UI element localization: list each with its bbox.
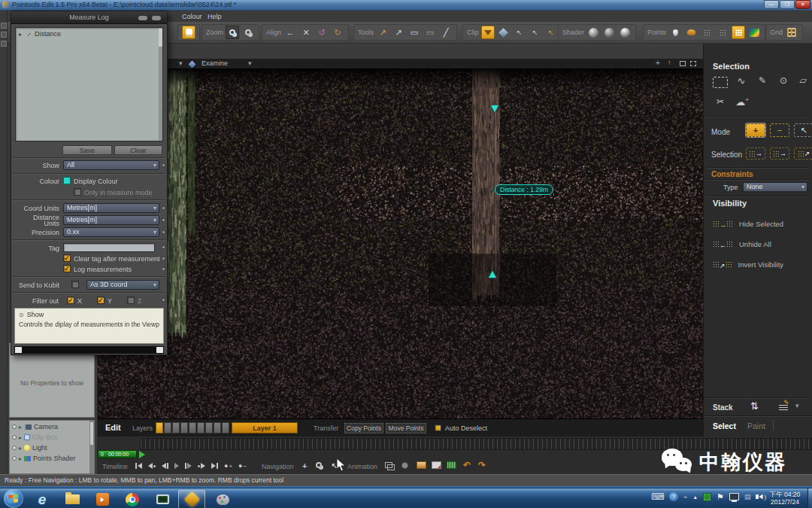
radio-icon[interactable] xyxy=(12,435,17,440)
layer-swatch[interactable] xyxy=(205,422,213,433)
layer-swatch[interactable] xyxy=(214,422,221,433)
points-gradient-button[interactable] xyxy=(747,26,761,39)
show-hidden-icons[interactable]: ▲ xyxy=(692,494,698,500)
tag-input[interactable] xyxy=(63,243,155,252)
clip-box-button[interactable] xyxy=(497,26,511,39)
align-left-button[interactable]: ← xyxy=(283,26,297,39)
menu-help[interactable]: Help xyxy=(208,13,222,20)
stack-dropdown-arrow[interactable]: ▾ xyxy=(795,402,799,409)
send-to-kubit-checkbox[interactable] xyxy=(71,281,79,288)
coord-units-dropdown[interactable]: Metres[m]▾ xyxy=(63,203,159,213)
distance-units-dropdown[interactable]: Metres[m]▾ xyxy=(63,215,159,225)
copy-points-button[interactable]: Copy Points xyxy=(344,423,383,433)
clear-button[interactable]: Clear xyxy=(114,145,162,155)
fence-select-button[interactable]: ∿ xyxy=(734,75,749,89)
info-dot[interactable] xyxy=(162,206,165,210)
measure-tool-icon-button[interactable]: ↗ xyxy=(376,26,389,39)
viewport-mode-label[interactable]: Examine xyxy=(201,59,228,67)
expand-icon[interactable]: ▸ xyxy=(19,31,22,38)
resize-handle-right[interactable] xyxy=(156,347,163,353)
selection-copy-button[interactable]: → xyxy=(746,148,765,160)
filter-z-checkbox[interactable] xyxy=(127,297,135,304)
dialog-close-button[interactable] xyxy=(152,16,161,20)
go-end-button[interactable] xyxy=(208,461,221,471)
box-tool-button[interactable]: ▭ xyxy=(423,26,437,39)
maximize-viewport-icon[interactable] xyxy=(690,61,696,66)
auto-deselect-checkbox[interactable] xyxy=(435,424,441,431)
layer1-button[interactable]: Layer 1 xyxy=(232,422,298,433)
mode-subtract-button[interactable]: − xyxy=(770,123,789,137)
edge-button[interactable] xyxy=(1,23,7,29)
circle-select-button[interactable]: ⊙ xyxy=(776,75,791,89)
remove-keyframe-button[interactable]: ●− xyxy=(235,461,250,471)
only-in-measure-checkbox[interactable] xyxy=(74,188,81,196)
next-frame-button[interactable] xyxy=(182,461,195,471)
rect-select-button[interactable] xyxy=(713,77,728,88)
taskbar-remote[interactable] xyxy=(149,490,176,508)
play-button[interactable] xyxy=(171,461,182,471)
taskbar-paint[interactable] xyxy=(209,490,236,508)
restore-viewport-icon[interactable] xyxy=(680,61,686,66)
info-dot[interactable] xyxy=(162,267,165,271)
precision-dropdown[interactable]: 0.xx▾ xyxy=(63,227,159,237)
taskbar-chrome[interactable] xyxy=(119,490,146,508)
tree-item-clip-box[interactable]: ▸ Clip Box xyxy=(12,433,58,441)
clip-tool-button[interactable] xyxy=(481,26,495,39)
info-dot[interactable] xyxy=(162,218,165,222)
add-keyframe-button[interactable]: ●+ xyxy=(221,461,235,471)
hide-selected-item[interactable]: → Hide Selected xyxy=(713,217,783,230)
viewport-mode-arrow[interactable]: ▾ xyxy=(248,59,252,67)
show-desktop-button[interactable] xyxy=(807,488,812,508)
type-dropdown[interactable]: None▾ xyxy=(743,182,807,192)
zoom-out-button[interactable] xyxy=(241,26,255,39)
taskbar-media[interactable] xyxy=(89,490,116,508)
unhide-all-item[interactable]: ← Unhide All xyxy=(713,237,771,251)
close-button[interactable]: ✕ xyxy=(795,0,810,9)
action-center-flag-icon[interactable]: ⚑ xyxy=(717,492,724,502)
mode-add-button[interactable]: + xyxy=(746,123,765,137)
expand-icon[interactable]: ▸ xyxy=(19,445,22,452)
anim-frames-icon[interactable] xyxy=(385,462,392,468)
mode-invert-button[interactable]: ↖ xyxy=(794,123,812,137)
antivirus-tray-icon[interactable] xyxy=(703,493,711,501)
expand-icon[interactable]: ▸ xyxy=(19,455,22,462)
show-dropdown[interactable]: All▾ xyxy=(63,160,159,170)
pan-tool-button[interactable] xyxy=(182,26,195,39)
info-dot[interactable] xyxy=(162,230,165,234)
edge-button[interactable] xyxy=(1,41,7,47)
dialog-resize-bar[interactable] xyxy=(14,346,164,354)
tree-item-light[interactable]: ▸ Light xyxy=(12,444,47,452)
anim-film-icon[interactable] xyxy=(432,461,441,469)
log-measurements-checkbox[interactable]: ✓ xyxy=(63,265,71,272)
anim-image-icon[interactable] xyxy=(417,461,426,469)
measure-log-list[interactable]: ▸ ↔ Distance xyxy=(15,27,163,141)
playhead-marker[interactable] xyxy=(139,451,145,458)
tray-clock[interactable]: 下午 04:20 2012/7/24 xyxy=(764,491,806,506)
shape-tool-button[interactable]: ▭ xyxy=(408,26,421,39)
info-dot[interactable] xyxy=(162,298,165,302)
cloud-select-button[interactable]: ☁+ xyxy=(734,96,750,110)
rotate-ccw-button[interactable]: ↺ xyxy=(315,26,329,39)
clip-cursor-1-button[interactable]: ↖ xyxy=(513,26,526,39)
info-dot[interactable] xyxy=(162,257,165,260)
shader-flat-button[interactable] xyxy=(586,26,600,39)
points-sparse-button[interactable] xyxy=(700,26,714,39)
taskbar-explorer[interactable] xyxy=(59,490,86,508)
move-points-button[interactable]: Move Points xyxy=(386,423,426,433)
layer-swatch[interactable] xyxy=(164,422,171,433)
shader-lit-button[interactable] xyxy=(618,26,632,39)
viewport-menu-arrow[interactable]: ▾ xyxy=(179,59,183,67)
expand-icon[interactable]: ▸ xyxy=(19,434,22,441)
display-colour-swatch[interactable] xyxy=(63,177,71,184)
timeline-current-frame[interactable]: 0 00:00:00 xyxy=(98,450,137,458)
viewport-canvas[interactable] xyxy=(98,69,703,418)
prev-frame-button[interactable] xyxy=(159,461,171,471)
edge-button[interactable] xyxy=(1,32,7,38)
next-keyframe-button[interactable] xyxy=(195,461,208,471)
add-viewport-icon[interactable]: + xyxy=(656,59,660,67)
points-display-button[interactable] xyxy=(732,26,745,39)
log-item-distance[interactable]: ▸ ↔ Distance xyxy=(16,28,162,40)
clip-cursor-2-button[interactable]: ↖ xyxy=(529,26,542,39)
pin-viewport-icon[interactable]: ↑ xyxy=(668,59,671,66)
prev-keyframe-button[interactable] xyxy=(145,461,159,471)
